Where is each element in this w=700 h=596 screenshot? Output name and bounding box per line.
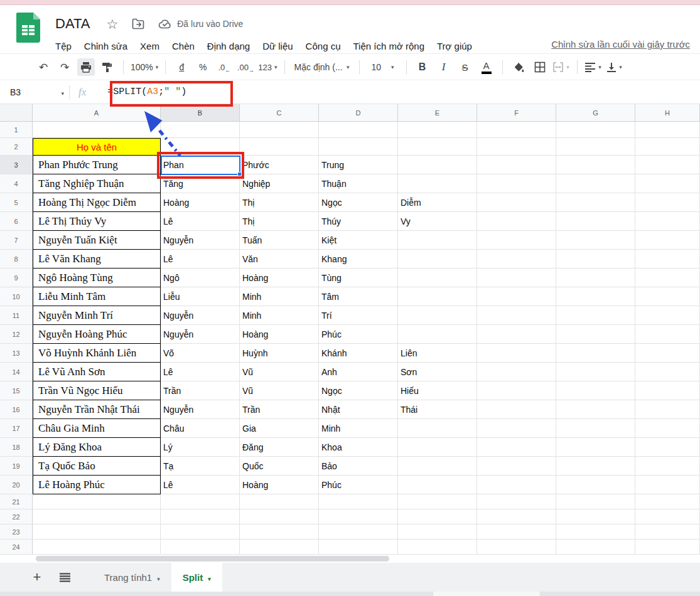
cell-C13[interactable]: Huỳnh (240, 344, 319, 363)
cell-D18[interactable]: Khoa (319, 438, 398, 457)
cell-C8[interactable]: Văn (240, 250, 319, 269)
cell-B5[interactable]: Hoàng (161, 193, 240, 212)
last-edit-link[interactable]: Chỉnh sửa lần cuối vài giây trước (551, 39, 690, 50)
row-header-17[interactable]: 17 (0, 419, 33, 438)
row-header-10[interactable]: 10 (0, 287, 33, 306)
menu-item-5[interactable]: Dữ liệu (256, 38, 299, 54)
sheet-tab-trang-tính1[interactable]: Trang tính1 (93, 563, 171, 592)
undo-button[interactable]: ↶ (35, 58, 52, 76)
cell-D5[interactable]: Ngọc (319, 193, 398, 212)
cell-B8[interactable]: Lê (161, 250, 240, 269)
row-header-8[interactable]: 8 (0, 250, 33, 269)
cell-G7[interactable] (556, 231, 635, 250)
row-header-12[interactable]: 12 (0, 325, 33, 344)
cell-A11[interactable]: Nguyễn Minh Trí (33, 306, 161, 325)
fill-color-button[interactable] (510, 58, 527, 76)
cell-H22[interactable] (635, 509, 700, 524)
menu-item-8[interactable]: Trợ giúp (431, 38, 478, 54)
cell-G21[interactable] (556, 494, 635, 509)
cell-D20[interactable]: Phúc (319, 476, 398, 494)
cell-C14[interactable]: Vũ (240, 363, 319, 381)
cell-H13[interactable] (635, 344, 700, 363)
cell-H5[interactable] (635, 193, 700, 212)
cell-A19[interactable]: Tạ Quốc Bảo (33, 457, 161, 476)
cell-E11[interactable] (398, 306, 477, 325)
cell-H3[interactable] (635, 156, 700, 174)
cell-D13[interactable]: Khánh (319, 344, 398, 363)
sheets-logo-icon[interactable] (16, 13, 40, 43)
currency-format-button[interactable]: đ (173, 58, 190, 76)
redo-button[interactable]: ↷ (56, 58, 73, 76)
cell-G20[interactable] (556, 476, 635, 494)
cell-A9[interactable]: Ngô Hoàng Tùng (33, 269, 161, 287)
cell-C17[interactable]: Gia (240, 419, 319, 438)
row-header-21[interactable]: 21 (0, 494, 33, 509)
cell-E2[interactable] (398, 138, 477, 156)
cell-G24[interactable] (556, 540, 635, 555)
cell-F9[interactable] (477, 269, 556, 287)
cell-G9[interactable] (556, 269, 635, 287)
cell-C2[interactable] (240, 138, 319, 156)
cell-G12[interactable] (556, 325, 635, 344)
cell-E10[interactable] (398, 287, 477, 306)
cell-B3[interactable]: Phan (161, 156, 240, 174)
cell-C1[interactable] (240, 122, 319, 138)
cell-E19[interactable] (398, 457, 477, 476)
cell-E16[interactable]: Thái (398, 400, 477, 419)
cell-G17[interactable] (556, 419, 635, 438)
save-status[interactable]: Đã lưu vào Drive (158, 19, 243, 29)
cell-D7[interactable]: Kiệt (319, 231, 398, 250)
cell-G8[interactable] (556, 250, 635, 269)
row-header-2[interactable]: 2 (0, 138, 33, 156)
cell-A13[interactable]: Võ Huỳnh Khánh Liên (33, 344, 161, 363)
cell-F22[interactable] (477, 509, 556, 524)
italic-button[interactable]: I (435, 58, 453, 76)
cell-F14[interactable] (477, 363, 556, 381)
cell-D15[interactable]: Ngọc (319, 381, 398, 400)
cell-E1[interactable] (398, 122, 477, 138)
column-header-H[interactable]: H (635, 104, 700, 122)
cell-G13[interactable] (556, 344, 635, 363)
cell-A24[interactable] (33, 540, 161, 555)
row-header-24[interactable]: 24 (0, 540, 33, 555)
cell-F11[interactable] (477, 306, 556, 325)
cell-H18[interactable] (635, 438, 700, 457)
name-box[interactable]: B3 (0, 80, 69, 104)
cell-E13[interactable]: Liên (398, 344, 477, 363)
sheet-tab-split[interactable]: Split (171, 563, 222, 592)
cell-D1[interactable] (319, 122, 398, 138)
cell-B10[interactable]: Liễu (161, 287, 240, 306)
cell-A8[interactable]: Lê Văn Khang (33, 250, 161, 269)
add-sheet-button[interactable]: + (28, 568, 46, 587)
cell-E24[interactable] (398, 540, 477, 555)
formula-input[interactable]: =SPLIT(A3;" ") (107, 87, 186, 97)
cell-C4[interactable]: Nghiệp (240, 174, 319, 193)
row-header-14[interactable]: 14 (0, 363, 33, 381)
row-header-16[interactable]: 16 (0, 400, 33, 419)
cell-C5[interactable]: Thị (240, 193, 319, 212)
text-color-button[interactable]: A (478, 58, 495, 76)
increase-decimals-button[interactable]: .00→ (237, 58, 254, 76)
cell-A7[interactable]: Nguyễn Tuấn Kiệt (33, 231, 161, 250)
cell-G15[interactable] (556, 381, 635, 400)
cell-H4[interactable] (635, 174, 700, 193)
cell-B22[interactable] (161, 509, 240, 524)
column-header-B[interactable]: B (161, 104, 240, 122)
cell-E22[interactable] (398, 509, 477, 524)
column-header-A[interactable]: A (33, 104, 161, 122)
cell-A23[interactable] (33, 524, 161, 540)
horizontal-scrollbar-thumb[interactable] (36, 556, 389, 561)
cell-E5[interactable]: Diễm (398, 193, 477, 212)
cell-A10[interactable]: Liễu Minh Tâm (33, 287, 161, 306)
cell-B14[interactable]: Lê (161, 363, 240, 381)
cell-A12[interactable]: Nguyễn Hoàng Phúc (33, 325, 161, 344)
cell-D6[interactable]: Thúy (319, 212, 398, 231)
font-select[interactable]: Mặc định (... (292, 58, 352, 76)
all-sheets-button[interactable] (55, 568, 74, 587)
number-format-button[interactable]: 123 (258, 58, 277, 76)
menu-item-4[interactable]: Định dạng (201, 38, 256, 54)
cell-D21[interactable] (319, 494, 398, 509)
zoom-select[interactable]: 100% (131, 58, 158, 76)
cell-F23[interactable] (477, 524, 556, 540)
cell-C21[interactable] (240, 494, 319, 509)
